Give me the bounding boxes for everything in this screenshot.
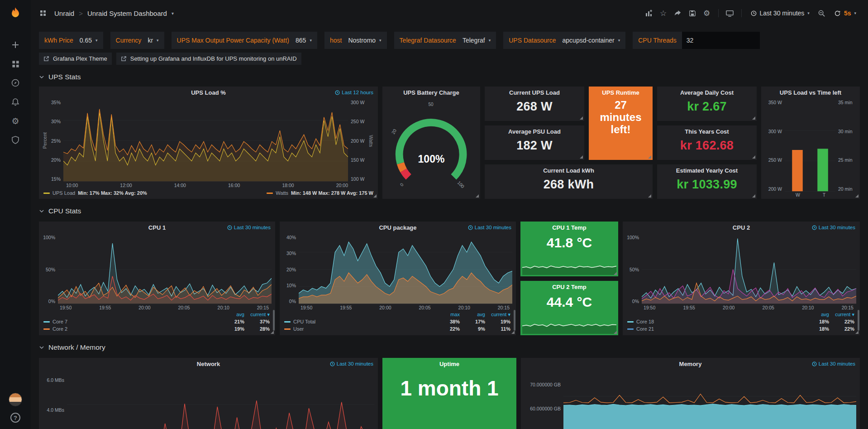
tick-label: 200 W xyxy=(351,139,368,144)
panel-title[interactable]: Current UPS Load xyxy=(485,87,584,97)
share-icon[interactable] xyxy=(671,6,685,20)
legend-value: 38% xyxy=(434,319,460,324)
variable-kwh-price[interactable]: kWh Price 0.65▾ xyxy=(39,32,103,49)
help-icon[interactable]: ? xyxy=(10,413,20,423)
panel-title[interactable]: Current Load kWh xyxy=(485,164,653,175)
panel-title[interactable]: UPS Battery Charge xyxy=(382,87,480,97)
network-chart[interactable] xyxy=(67,371,374,429)
panel-time-range-link[interactable]: Last 30 minutes xyxy=(812,361,855,366)
tick-label: 20:00 xyxy=(138,305,150,310)
add-icon[interactable] xyxy=(5,35,25,54)
legend-column-header[interactable]: max xyxy=(434,312,460,317)
dashboard-title[interactable]: Unraid System Dashboard xyxy=(87,10,167,17)
legend-color-key xyxy=(43,193,50,194)
tick-label: 18:00 xyxy=(282,183,294,188)
panel-title[interactable]: Uptime xyxy=(382,358,516,369)
panel-title[interactable]: CPU 2 Temp xyxy=(520,281,618,292)
section-header-cpu-stats[interactable]: CPU Stats xyxy=(31,199,868,219)
section-header-ups-stats[interactable]: UPS Stats xyxy=(31,65,868,85)
panel-title[interactable]: Memory xyxy=(521,358,860,369)
memory-chart[interactable] xyxy=(563,371,856,429)
chevron-down-icon: ▾ xyxy=(807,11,810,15)
variable-host[interactable]: host Nostromo▾ xyxy=(324,32,387,49)
panel-title[interactable]: UPS Load vs Time left xyxy=(761,87,860,97)
panel-title[interactable]: Network xyxy=(39,358,378,369)
legend-series-name[interactable]: Core 7 xyxy=(43,319,219,324)
cpu2-chart[interactable] xyxy=(642,235,856,304)
refresh-button[interactable]: 5s ▾ xyxy=(830,6,861,20)
tick-label: 200 W xyxy=(764,187,782,192)
panel-title[interactable]: UPS Load % xyxy=(39,87,378,97)
cpu1-chart[interactable] xyxy=(58,235,272,304)
grafana-logo-icon[interactable] xyxy=(5,5,25,24)
server-admin-shield-icon[interactable] xyxy=(5,130,25,149)
legend-scrollbar[interactable] xyxy=(858,310,859,331)
legend-column-header[interactable]: current ▾ xyxy=(485,312,510,318)
stat-value: kr 162.68 xyxy=(657,139,757,153)
variable-ups-max-power[interactable]: UPS Max Output Power Capacity (Watt) 865… xyxy=(172,32,317,49)
legend-column-header[interactable]: avg xyxy=(219,312,244,317)
legend-series-name[interactable]: User xyxy=(284,326,434,332)
apps-grid-icon[interactable] xyxy=(36,6,50,20)
section-header-network-memory[interactable]: Network / Memory xyxy=(31,335,868,355)
panel-title[interactable]: UPS Runtime xyxy=(589,87,653,97)
variable-currency[interactable]: Currency kr▾ xyxy=(110,32,164,49)
legend-color-key xyxy=(43,321,50,323)
ups-stats-row: UPS Load % Last 12 hours Percent 35%30%2… xyxy=(39,87,860,199)
legend-series-name[interactable]: CPU Total xyxy=(284,319,434,324)
stat-value: 268 kWh xyxy=(485,178,653,192)
legend-column-header[interactable]: current ▾ xyxy=(829,312,854,318)
legend-series-ups-load[interactable]: UPS Load Min: 17% Max: 32% Avg: 20% xyxy=(43,190,147,196)
cpu-package-chart[interactable] xyxy=(299,235,512,304)
alerting-bell-icon[interactable] xyxy=(5,92,25,111)
legend-column-header[interactable]: avg xyxy=(804,312,829,317)
panel-average-psu-load: Average PSU Load 182 W xyxy=(485,125,584,160)
ups-bar-chart[interactable] xyxy=(785,100,835,191)
stat-value: 1 month 1 xyxy=(382,376,516,400)
legend-series-name[interactable]: Core 21 xyxy=(627,326,804,332)
dashboard-link-plex-theme[interactable]: Grafana Plex Theme xyxy=(39,53,112,65)
dashboards-icon[interactable] xyxy=(5,54,25,73)
panel-time-range-link[interactable]: Last 12 hours xyxy=(335,90,373,95)
time-range-picker[interactable]: Last 30 minutes ▾ xyxy=(746,6,814,20)
panel-time-range-link[interactable]: Last 30 minutes xyxy=(227,225,271,230)
legend-series-name[interactable]: Core 18 xyxy=(627,319,804,324)
configuration-gear-icon[interactable]: ⚙ xyxy=(5,111,25,130)
tick-label: 19:50 xyxy=(644,305,655,310)
zoom-out-icon[interactable] xyxy=(815,6,829,20)
dashboard-link-ups-guide[interactable]: Setting up Grafana and InfluxDB for UPS … xyxy=(116,53,301,65)
legend-series-watts[interactable]: Watts Min: 148 W Max: 278 W Avg: 175 W xyxy=(267,190,373,196)
tick-label: 6.0 MBs xyxy=(42,378,64,383)
legend-color-key xyxy=(267,193,273,194)
tick-label: 20:05 xyxy=(763,305,774,310)
panel-title[interactable]: Average PSU Load xyxy=(485,125,584,136)
legend-column-header[interactable]: avg xyxy=(460,312,485,317)
legend-scrollbar[interactable] xyxy=(273,310,275,331)
star-icon[interactable]: ☆ xyxy=(657,6,670,20)
panel-time-range-link[interactable]: Last 30 minutes xyxy=(330,361,373,366)
user-avatar[interactable] xyxy=(9,393,22,406)
legend-scrollbar[interactable] xyxy=(514,310,515,331)
panel-time-range-link[interactable]: Last 30 minutes xyxy=(468,225,511,230)
legend-series-name[interactable]: Core 2 xyxy=(43,326,219,332)
legend-column-header[interactable]: current ▾ xyxy=(244,312,270,318)
panel-time-range-link[interactable]: Last 30 minutes xyxy=(812,225,855,230)
ups-load-chart[interactable] xyxy=(63,100,348,181)
tv-kiosk-icon[interactable] xyxy=(723,6,737,20)
tick-label: 20:10 xyxy=(458,305,470,310)
cpu-threads-input[interactable] xyxy=(682,32,760,49)
panel-title[interactable]: This Years Cost xyxy=(657,125,757,136)
panel-title[interactable]: Estimated Yearly Cost xyxy=(657,164,757,175)
dashboard-settings-gear-icon[interactable]: ⚙ xyxy=(700,6,714,20)
panel-title[interactable]: Average Daily Cost xyxy=(657,87,757,97)
tick-label: 19:55 xyxy=(340,305,352,310)
add-panel-icon[interactable] xyxy=(642,6,656,20)
panel-title[interactable]: CPU 1 Temp xyxy=(520,222,618,232)
save-icon[interactable] xyxy=(686,6,699,20)
variable-telegraf-datasource[interactable]: Telegraf Datasource Telegraf▾ xyxy=(394,32,496,49)
variable-ups-datasource[interactable]: UPS Datasource apcupsd-container▾ xyxy=(503,32,625,49)
tick-label: 0% xyxy=(625,299,639,304)
tick-label: 20:15 xyxy=(257,305,269,310)
breadcrumb-folder[interactable]: Unraid xyxy=(54,10,74,17)
explore-icon[interactable] xyxy=(5,73,25,92)
